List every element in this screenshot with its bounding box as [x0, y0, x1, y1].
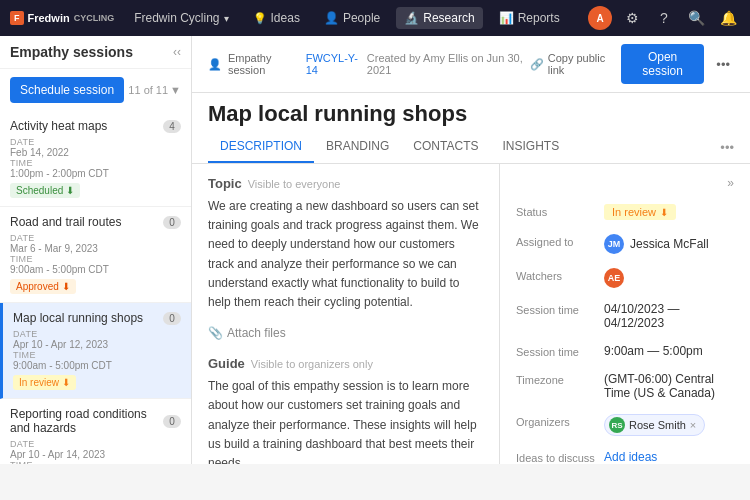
session-id: FWCYL-Y-14: [306, 52, 361, 76]
timezone-label: Timezone: [516, 372, 596, 386]
copy-link-label: Copy public link: [548, 52, 607, 76]
status-dropdown-icon: ⬇: [660, 207, 668, 218]
sidebar-actions: Schedule session 11 of 11 ▼: [0, 69, 191, 111]
session-count: 11 of 11 ▼: [128, 84, 181, 96]
guide-section: Guide Visible to organizers only The goa…: [208, 356, 483, 464]
empathy-session-icon: 👤: [208, 58, 222, 71]
status-pill[interactable]: In review ⬇: [604, 204, 676, 220]
schedule-session-button[interactable]: Schedule session: [10, 77, 124, 103]
session-time-range: 9:00am — 5:00pm: [604, 344, 734, 358]
guide-intro-text: The goal of this empathy session is to l…: [208, 377, 483, 464]
reports-label: Reports: [518, 11, 560, 25]
guide-visibility: Visible to organizers only: [251, 358, 373, 370]
session-card-map-local-running-shops[interactable]: Map local running shops 0 DATE Apr 10 - …: [0, 303, 191, 399]
assigned-to-row: Assigned to JM Jessica McFall: [516, 234, 734, 254]
status-badge[interactable]: Approved ⬇: [10, 279, 76, 294]
tab-contacts[interactable]: CONTACTS: [401, 131, 490, 163]
topic-visibility: Visible to everyone: [248, 178, 341, 190]
status-label: Status: [516, 204, 596, 218]
topic-section: Topic Visible to everyone We are creatin…: [208, 176, 483, 344]
date-label: DATE: [10, 233, 181, 243]
watcher-avatar: AE: [604, 268, 624, 288]
session-title: Map local running shops: [13, 311, 163, 325]
guide-heading: Guide Visible to organizers only: [208, 356, 483, 371]
main-description-col: Topic Visible to everyone We are creatin…: [192, 164, 500, 464]
timezone-row: Timezone (GMT-06:00) Central Time (US & …: [516, 372, 734, 400]
nav-item-reports[interactable]: 📊 Reports: [491, 7, 568, 29]
research-icon: 🔬: [404, 11, 419, 25]
assigned-name: Jessica McFall: [630, 237, 709, 251]
session-title: Activity heat maps: [10, 119, 163, 133]
time-label: TIME: [13, 350, 181, 360]
organizers-value: RS Rose Smith ×: [604, 414, 734, 436]
status-badge[interactable]: In review ⬇: [13, 375, 76, 390]
reports-icon: 📊: [499, 11, 514, 25]
open-session-button[interactable]: Open session: [621, 44, 705, 84]
time-label: TIME: [10, 254, 181, 264]
people-label: People: [343, 11, 380, 25]
sessions-list: Activity heat maps 4 DATE Feb 14, 2022 T…: [0, 111, 191, 464]
session-date: Apr 10 - Apr 14, 2023: [10, 449, 181, 460]
assigned-avatar: JM: [604, 234, 624, 254]
status-value: In review ⬇: [604, 204, 734, 220]
two-col-layout: Topic Visible to everyone We are creatin…: [192, 164, 750, 464]
copy-public-link-button[interactable]: 🔗 Copy public link: [524, 48, 613, 80]
more-options-button[interactable]: •••: [712, 53, 734, 76]
created-by: Created by Amy Ellis on Jun 30, 2021: [367, 52, 524, 76]
ideas-discuss-row: Ideas to discuss Add ideas: [516, 450, 734, 464]
filter-icon[interactable]: ▼: [170, 84, 181, 96]
tabs-bar: DESCRIPTION BRANDING CONTACTS INSIGHTS •…: [192, 131, 750, 164]
topic-heading: Topic Visible to everyone: [208, 176, 483, 191]
session-card-reporting-road-conditions[interactable]: Reporting road conditions and hazards 0 …: [0, 399, 191, 464]
organizer-name: Rose Smith: [629, 419, 686, 431]
watchers-row: Watchers AE: [516, 268, 734, 288]
session-count-badge: 0: [163, 216, 181, 229]
tab-insights[interactable]: INSIGHTS: [490, 131, 571, 163]
status-badge[interactable]: Scheduled ⬇: [10, 183, 80, 198]
brand-sub: CYCLING: [74, 13, 115, 23]
brand-name: Fredwin: [28, 12, 70, 24]
date-label: DATE: [10, 137, 181, 147]
search-icon[interactable]: 🔍: [684, 6, 708, 30]
ideas-label: Ideas to discuss: [516, 450, 596, 464]
nav-item-research[interactable]: 🔬 Research: [396, 7, 482, 29]
session-type-label: Empathy session: [228, 52, 300, 76]
side-panel-collapse-button[interactable]: »: [727, 176, 734, 190]
session-time-range-row: Session time 9:00am — 5:00pm: [516, 344, 734, 358]
organizers-row: Organizers RS Rose Smith ×: [516, 414, 734, 436]
session-date: Feb 14, 2022: [10, 147, 181, 158]
nav-item-brand-cycling[interactable]: Fredwin Cycling ▾: [126, 7, 236, 29]
notifications-icon[interactable]: 🔔: [716, 6, 740, 30]
nav-item-people[interactable]: 👤 People: [316, 7, 388, 29]
tabs-more-icon[interactable]: •••: [720, 140, 734, 155]
session-time: 1:00pm - 2:00pm CDT: [10, 168, 181, 179]
user-avatar[interactable]: A: [588, 6, 612, 30]
date-label: DATE: [10, 439, 181, 449]
remove-organizer-icon[interactable]: ×: [690, 419, 696, 431]
session-card-activity-heat-maps[interactable]: Activity heat maps 4 DATE Feb 14, 2022 T…: [0, 111, 191, 207]
people-icon: 👤: [324, 11, 339, 25]
status-text: In review: [612, 206, 656, 218]
sidebar-title: Empathy sessions: [10, 44, 133, 60]
timezone-value: (GMT-06:00) Central Time (US & Canada): [604, 372, 734, 400]
organizer-avatar: RS: [609, 417, 625, 433]
page-title: Map local running shops: [208, 101, 734, 127]
attach-files-button[interactable]: 📎 Attach files: [208, 322, 483, 344]
session-time: 9:00am - 5:00pm CDT: [10, 264, 181, 275]
logo-area[interactable]: F Fredwin CYCLING: [10, 11, 114, 25]
tab-branding[interactable]: BRANDING: [314, 131, 401, 163]
session-card-road-trail-routes[interactable]: Road and trail routes 0 DATE Mar 6 - Mar…: [0, 207, 191, 303]
watchers-value: AE: [604, 268, 734, 288]
sidebar-header: Empathy sessions ‹‹: [0, 36, 191, 69]
sidebar-collapse-icon[interactable]: ‹‹: [173, 45, 181, 59]
sidebar: Empathy sessions ‹‹ Schedule session 11 …: [0, 36, 192, 464]
help-icon[interactable]: ?: [652, 6, 676, 30]
settings-icon[interactable]: ⚙: [620, 6, 644, 30]
session-count-badge: 4: [163, 120, 181, 133]
tab-description[interactable]: DESCRIPTION: [208, 131, 314, 163]
chevron-down-icon: ▾: [224, 13, 229, 24]
link-icon: 🔗: [530, 58, 544, 71]
nav-item-ideas[interactable]: 💡 Ideas: [245, 7, 308, 29]
time-label: TIME: [10, 158, 181, 168]
add-ideas-button[interactable]: Add ideas: [604, 450, 734, 464]
